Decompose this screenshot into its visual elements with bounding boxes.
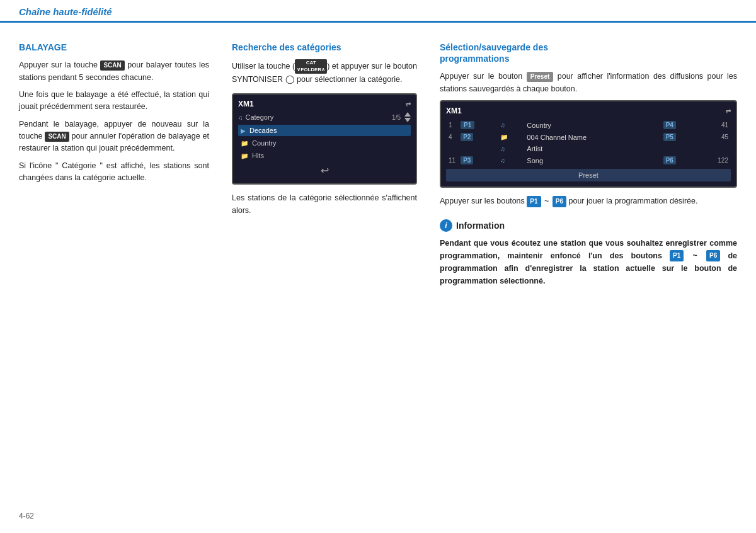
preset-label-channel: 004 Channel Name: [524, 131, 660, 143]
preset-blank-badge: [458, 143, 498, 154]
preset-p3-badge-cell: P3: [458, 154, 498, 166]
p1-badge-info: P1: [670, 250, 684, 261]
col3-para1: Appuyer sur le bouton Preset pour affich…: [440, 71, 737, 95]
content-area: BALAYAGE Appuyer sur la touche SCAN pour…: [0, 23, 756, 300]
col2-para1: Utiliser la touche (CAT∨FOLDER∧) et appu…: [232, 59, 417, 86]
preset-p2: P2: [461, 133, 473, 141]
col1-para4: Si l'icône " Catégorie " est affiché, le…: [19, 160, 209, 185]
xm-row-hits: 📁 Hits: [238, 150, 411, 161]
preset-row-1: 1 P1 ♫ Country P4 41: [446, 119, 731, 131]
row-label-country: Country: [252, 139, 408, 147]
col1-para2: Une fois que le balayage a été effectué,…: [19, 89, 209, 113]
preset-label-artist: Artist: [524, 143, 660, 154]
preset-p6: P6: [663, 156, 676, 164]
preset-val-blank: [698, 143, 731, 154]
preset-icon-artist: ♫: [498, 143, 524, 154]
xm-screen-presets: XM1 ⇄ 1 P1 ♫ Country P4 41: [440, 100, 737, 188]
preset-p4: P4: [663, 121, 676, 129]
tilde-1: ~: [542, 197, 551, 205]
col-categories: Recherche des catégories Utiliser la tou…: [220, 42, 428, 287]
preset-bar: Preset: [446, 169, 731, 181]
preset-label-song: Song: [524, 154, 660, 166]
category-label: Category: [246, 113, 392, 121]
xm-row-decades: ▶ Decades: [238, 125, 411, 136]
preset-p6-cell: P6: [661, 154, 698, 166]
p6-badge-info: P6: [706, 250, 720, 261]
preset-icon-2: 📁: [498, 131, 524, 143]
preset-p1-badge-cell: P1: [458, 119, 498, 131]
scroll-up-arrow: [404, 112, 411, 117]
cat-folder-badge: CAT∨FOLDER∧: [295, 59, 327, 74]
xm-back-button: ↩: [238, 163, 411, 178]
row-label-decades: Decades: [249, 127, 408, 134]
col-balayage: BALAYAGE Appuyer sur la touche SCAN pour…: [19, 42, 220, 287]
preset-val-41: 41: [698, 119, 731, 131]
preset-row-artist: ♫ Artist: [446, 143, 731, 154]
preset-table: 1 P1 ♫ Country P4 41 4 P2 📁 004 Channel …: [446, 119, 731, 166]
row-icon-decades: ▶: [241, 127, 246, 134]
preset-icon-1: ♫: [498, 119, 524, 131]
scroll-down-arrow: [404, 118, 411, 122]
preset-p3: P3: [461, 156, 473, 164]
xm-screen-header: XM1 ⇄: [238, 100, 411, 108]
info-title-text: Information: [456, 221, 505, 231]
page-number: 4-62: [19, 512, 34, 520]
preset-blank-p: [661, 143, 698, 154]
preset-icon-3: ♫: [498, 154, 524, 166]
preset-p5-cell: P5: [661, 131, 698, 143]
preset-num-1: 1: [446, 119, 458, 131]
preset-num-blank: [446, 143, 458, 154]
preset-badge: Preset: [527, 72, 554, 82]
col2-caption: Les stations de la catégorie sélectionné…: [232, 192, 417, 217]
xm-row-country: 📁 Country: [238, 137, 411, 149]
page-header: Chaîne haute-fidélité: [0, 0, 756, 23]
preset-p2-badge-cell: P2: [458, 131, 498, 143]
preset-val-122: 122: [698, 154, 731, 166]
col1-para1: Appuyer sur la touche SCAN pour balayer …: [19, 59, 209, 84]
category-icon: ♫: [238, 114, 243, 121]
xm-title-left: XM1: [238, 100, 254, 108]
scan-badge-2: SCAN: [45, 132, 69, 142]
tilde-2: ~: [685, 251, 705, 260]
col3-title: Sélection/sauvegarde desprogrammations: [440, 42, 737, 64]
info-body: Pendant que vous écoutez une station que…: [440, 237, 737, 287]
xm-antenna-left: ⇄: [406, 101, 411, 108]
preset-p4-cell: P4: [661, 119, 698, 131]
preset-label-country: Country: [524, 119, 660, 131]
row-icon-hits: 📁: [241, 152, 248, 159]
info-box: i Information Pendant que vous écoutez u…: [440, 219, 737, 287]
info-title: i Information: [440, 219, 737, 232]
preset-row-3: 11 P3 ♫ Song P6 122: [446, 154, 731, 166]
preset-row-2: 4 P2 📁 004 Channel Name P5 45: [446, 131, 731, 143]
row-icon-country: 📁: [241, 140, 248, 147]
col1-title: BALAYAGE: [19, 42, 209, 53]
col1-para3: Pendant le balayage, appuyer de nouveau …: [19, 118, 209, 155]
row-label-hits: Hits: [252, 152, 408, 159]
category-page: 1/5: [392, 114, 401, 121]
xm-antenna-right: ⇄: [726, 108, 731, 115]
col2-title: Recherche des catégories: [232, 42, 417, 53]
p6-badge-inline: P6: [553, 196, 566, 207]
col-programmations: Sélection/sauvegarde desprogrammations A…: [428, 42, 737, 287]
xm-screen-categories: XM1 ⇄ ♫ Category 1/5 ▶ Decades: [232, 93, 417, 185]
scan-badge-1: SCAN: [100, 60, 124, 71]
preset-p5: P5: [663, 133, 676, 141]
info-icon: i: [440, 219, 452, 232]
page-wrapper: Chaîne haute-fidélité BALAYAGE Appuyer s…: [0, 0, 756, 533]
xm-category-row: ♫ Category 1/5: [238, 112, 411, 122]
page-title: Chaîne haute-fidélité: [19, 6, 112, 17]
xm-screen-right-header: XM1 ⇄: [446, 106, 731, 115]
p1-badge-inline: P1: [527, 196, 541, 207]
preset-num-4: 4: [446, 131, 458, 143]
preset-num-11: 11: [446, 154, 458, 166]
preset-p1: P1: [461, 121, 474, 129]
preset-val-45: 45: [698, 131, 731, 143]
xm-title-right: XM1: [446, 106, 462, 115]
page-footer: 4-62: [19, 512, 34, 520]
col3-para2: Appuyer sur les boutons P1 ~ P6 pour jou…: [440, 195, 737, 207]
scroll-arrows: [404, 112, 411, 122]
